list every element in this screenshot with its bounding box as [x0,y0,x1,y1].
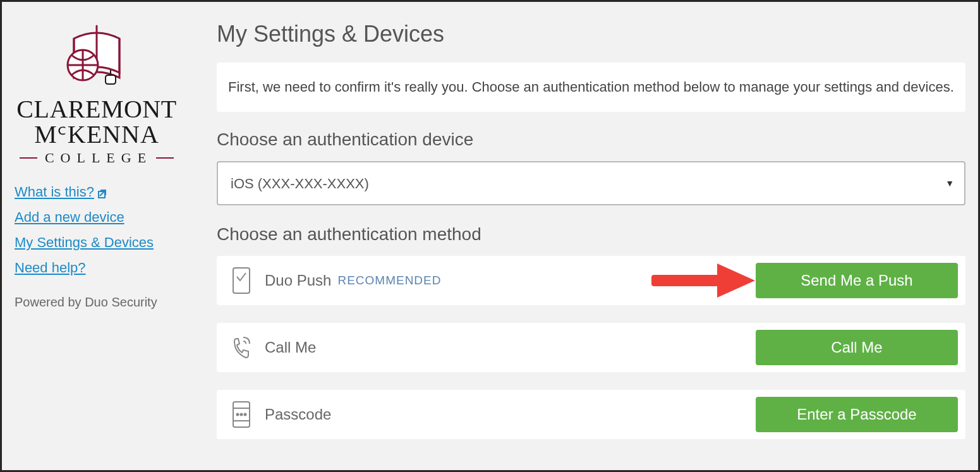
passcode-icon [231,401,252,428]
call-me-button[interactable]: Call Me [756,330,958,365]
sidebar: CLAREMONT MᶜKENNA COLLEGE What is this? … [2,2,204,470]
powered-by-text: Powered by Duo Security [15,295,157,310]
phone-call-icon [231,334,252,361]
link-label: Add a new device [15,209,124,226]
method-label: Passcode [265,406,331,423]
method-row-push: Duo Push RECOMMENDED Send Me a Push [217,256,965,305]
logo-line3: COLLEGE [41,151,152,165]
link-my-settings[interactable]: My Settings & Devices [15,234,154,251]
svg-rect-2 [233,268,250,293]
method-recommended-badge: RECOMMENDED [337,274,441,287]
method-row-push-wrap: Duo Push RECOMMENDED Send Me a Push [217,256,965,305]
college-logo: CLAREMONT MᶜKENNA COLLEGE [15,21,179,165]
method-section-heading: Choose an authentication method [217,224,965,245]
method-label: Duo Push [265,272,331,289]
svg-point-10 [245,414,246,416]
duo-auth-frame: CLAREMONT MᶜKENNA COLLEGE What is this? … [0,0,980,472]
link-what-is-this[interactable]: What is this? [15,184,154,200]
method-row-call: Call Me Call Me [217,323,965,372]
enter-passcode-button[interactable]: Enter a Passcode [756,397,958,432]
logo-line2: MᶜKENNA [16,122,176,147]
send-push-button[interactable]: Send Me a Push [756,263,958,298]
link-label: My Settings & Devices [15,234,154,251]
logo-rule-left [20,157,37,159]
method-row-passcode: Passcode Enter a Passcode [217,390,965,439]
main-panel: My Settings & Devices First, we need to … [204,2,978,470]
book-globe-icon [59,21,135,90]
device-select-wrap: iOS (XXX-XXX-XXXX) ▼ [217,161,965,205]
page-title: My Settings & Devices [217,21,965,47]
device-select[interactable]: iOS (XXX-XXX-XXXX) [217,161,965,205]
method-label: Call Me [265,339,316,356]
link-add-device[interactable]: Add a new device [15,209,154,226]
sidebar-links: What is this? Add a new device My Settin… [15,184,154,276]
device-section-heading: Choose an authentication device [217,130,965,150]
external-link-icon [98,186,109,198]
logo-rule-right [156,157,174,159]
instruction-box: First, we need to confirm it's really yo… [217,63,965,112]
link-label: What is this? [15,184,94,200]
svg-point-8 [237,414,239,416]
logo-line1: CLAREMONT [16,97,176,122]
svg-point-9 [241,414,243,416]
phone-check-icon [231,267,252,294]
link-need-help[interactable]: Need help? [15,260,154,276]
link-label: Need help? [15,260,86,276]
